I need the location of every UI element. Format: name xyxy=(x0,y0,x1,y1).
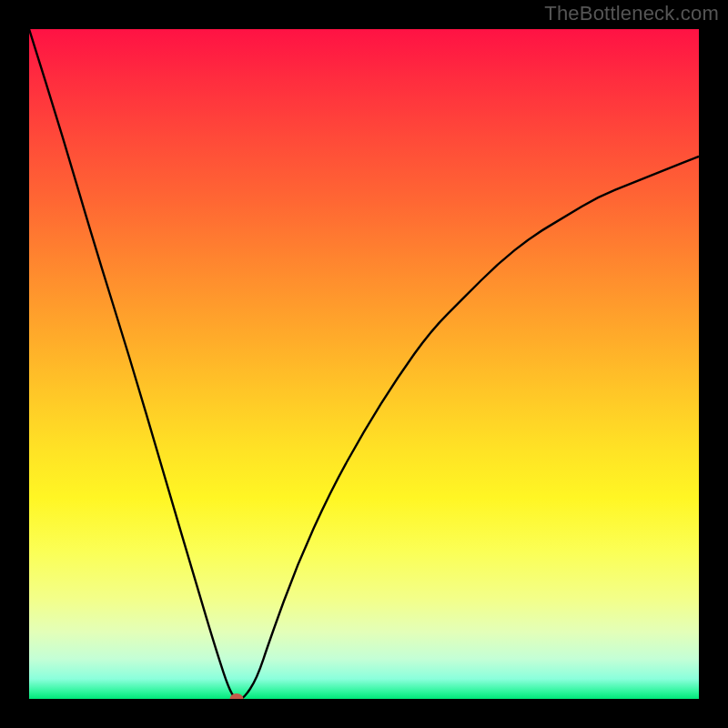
bottleneck-curve xyxy=(29,29,699,699)
plot-area xyxy=(29,29,699,699)
watermark-text: TheBottleneck.com xyxy=(544,2,719,25)
chart-frame: TheBottleneck.com xyxy=(0,0,728,728)
optimum-marker xyxy=(230,693,244,699)
curve-path xyxy=(29,29,699,699)
